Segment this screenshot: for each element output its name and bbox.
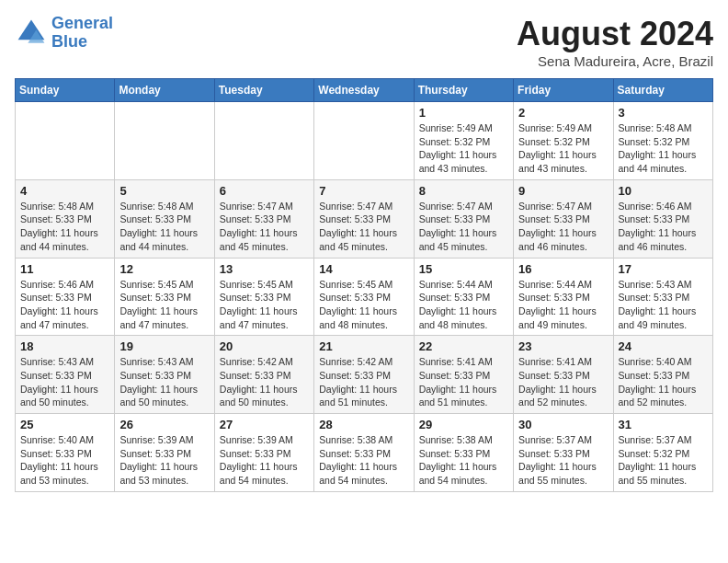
calendar-cell: 25Sunrise: 5:40 AMSunset: 5:33 PMDayligh… [16,414,115,492]
day-number: 23 [518,339,608,353]
day-number: 13 [220,262,309,276]
calendar-cell: 19Sunrise: 5:43 AMSunset: 5:33 PMDayligh… [115,336,214,414]
logo-icon [15,17,48,50]
calendar-week-3: 11Sunrise: 5:46 AMSunset: 5:33 PMDayligh… [16,258,713,336]
calendar-cell: 4Sunrise: 5:48 AMSunset: 5:33 PMDaylight… [16,179,115,258]
day-info: Sunrise: 5:44 AMSunset: 5:33 PMDaylight:… [518,278,608,332]
day-number: 24 [619,339,708,353]
day-number: 17 [619,262,708,276]
calendar-week-4: 18Sunrise: 5:43 AMSunset: 5:33 PMDayligh… [16,336,713,414]
calendar-cell [314,102,414,180]
calendar-cell [16,102,115,180]
day-info: Sunrise: 5:42 AMSunset: 5:33 PMDaylight:… [220,355,309,409]
calendar-cell: 1Sunrise: 5:49 AMSunset: 5:32 PMDaylight… [414,102,513,180]
day-number: 10 [619,184,708,198]
calendar-header-row: SundayMondayTuesdayWednesdayThursdayFrid… [16,79,713,102]
month-year: August 2024 [517,15,713,53]
day-info: Sunrise: 5:43 AMSunset: 5:33 PMDaylight:… [20,355,109,409]
day-number: 9 [518,184,608,198]
day-info: Sunrise: 5:45 AMSunset: 5:33 PMDaylight:… [119,278,209,332]
day-number: 27 [220,418,309,431]
day-number: 25 [20,418,109,431]
calendar-week-5: 25Sunrise: 5:40 AMSunset: 5:33 PMDayligh… [16,414,713,492]
calendar-cell: 24Sunrise: 5:40 AMSunset: 5:33 PMDayligh… [613,336,712,414]
calendar-cell: 16Sunrise: 5:44 AMSunset: 5:33 PMDayligh… [514,258,613,336]
calendar-header-tuesday: Tuesday [214,79,313,102]
day-number: 8 [419,184,508,198]
calendar-cell: 17Sunrise: 5:43 AMSunset: 5:33 PMDayligh… [613,258,712,336]
day-number: 29 [419,418,508,431]
title-block: August 2024 Sena Madureira, Acre, Brazil [517,15,713,69]
day-number: 26 [119,418,209,431]
day-number: 2 [518,106,608,120]
day-number: 1 [419,106,508,120]
day-info: Sunrise: 5:37 AMSunset: 5:32 PMDaylight:… [619,433,708,488]
calendar-cell: 26Sunrise: 5:39 AMSunset: 5:33 PMDayligh… [115,414,214,492]
calendar-cell: 27Sunrise: 5:39 AMSunset: 5:33 PMDayligh… [214,414,313,492]
day-number: 28 [319,418,408,431]
calendar-cell: 14Sunrise: 5:45 AMSunset: 5:33 PMDayligh… [314,258,414,336]
calendar-cell [214,102,313,180]
calendar-cell: 11Sunrise: 5:46 AMSunset: 5:33 PMDayligh… [16,258,115,336]
logo-line2: Blue [51,33,113,52]
logo: General Blue [15,15,113,52]
calendar-cell: 21Sunrise: 5:42 AMSunset: 5:33 PMDayligh… [314,336,414,414]
logo-line1: General [51,14,113,32]
day-info: Sunrise: 5:37 AMSunset: 5:33 PMDaylight:… [518,433,608,488]
day-info: Sunrise: 5:48 AMSunset: 5:32 PMDaylight:… [619,121,708,176]
calendar-cell: 15Sunrise: 5:44 AMSunset: 5:33 PMDayligh… [414,258,513,336]
calendar-cell: 10Sunrise: 5:46 AMSunset: 5:33 PMDayligh… [613,179,712,258]
day-info: Sunrise: 5:44 AMSunset: 5:33 PMDaylight:… [419,278,508,332]
day-number: 21 [319,339,408,353]
day-number: 19 [119,339,209,353]
day-info: Sunrise: 5:47 AMSunset: 5:33 PMDaylight:… [319,200,408,254]
day-number: 7 [319,184,408,198]
calendar-cell: 13Sunrise: 5:45 AMSunset: 5:33 PMDayligh… [214,258,313,336]
day-info: Sunrise: 5:41 AMSunset: 5:33 PMDaylight:… [419,355,508,409]
day-info: Sunrise: 5:47 AMSunset: 5:33 PMDaylight:… [518,200,608,254]
calendar-cell: 9Sunrise: 5:47 AMSunset: 5:33 PMDaylight… [514,179,613,258]
calendar-cell: 3Sunrise: 5:48 AMSunset: 5:32 PMDaylight… [613,102,712,180]
day-number: 14 [319,262,408,276]
day-number: 15 [419,262,508,276]
calendar-cell: 8Sunrise: 5:47 AMSunset: 5:33 PMDaylight… [414,179,513,258]
day-info: Sunrise: 5:47 AMSunset: 5:33 PMDaylight:… [220,200,309,254]
day-number: 6 [220,184,309,198]
day-info: Sunrise: 5:46 AMSunset: 5:33 PMDaylight:… [20,278,109,332]
calendar-cell: 20Sunrise: 5:42 AMSunset: 5:33 PMDayligh… [214,336,313,414]
day-number: 20 [220,339,309,353]
day-info: Sunrise: 5:38 AMSunset: 5:33 PMDaylight:… [419,433,508,488]
day-info: Sunrise: 5:49 AMSunset: 5:32 PMDaylight:… [419,121,508,176]
calendar-header-sunday: Sunday [16,79,115,102]
calendar-cell: 12Sunrise: 5:45 AMSunset: 5:33 PMDayligh… [115,258,214,336]
logo-text: General Blue [51,15,113,52]
calendar-cell: 5Sunrise: 5:48 AMSunset: 5:33 PMDaylight… [115,179,214,258]
day-info: Sunrise: 5:47 AMSunset: 5:33 PMDaylight:… [419,200,508,254]
day-info: Sunrise: 5:42 AMSunset: 5:33 PMDaylight:… [319,355,408,409]
day-info: Sunrise: 5:38 AMSunset: 5:33 PMDaylight:… [319,433,408,488]
day-info: Sunrise: 5:48 AMSunset: 5:33 PMDaylight:… [20,200,109,254]
calendar-week-1: 1Sunrise: 5:49 AMSunset: 5:32 PMDaylight… [16,102,713,180]
day-info: Sunrise: 5:49 AMSunset: 5:32 PMDaylight:… [518,121,608,176]
calendar-week-2: 4Sunrise: 5:48 AMSunset: 5:33 PMDaylight… [16,179,713,258]
page-header: General Blue August 2024 Sena Madureira,… [15,15,713,69]
day-number: 5 [119,184,209,198]
calendar-cell: 7Sunrise: 5:47 AMSunset: 5:33 PMDaylight… [314,179,414,258]
calendar-cell: 22Sunrise: 5:41 AMSunset: 5:33 PMDayligh… [414,336,513,414]
location: Sena Madureira, Acre, Brazil [517,53,713,69]
day-number: 31 [619,418,708,431]
calendar-header-thursday: Thursday [414,79,513,102]
calendar-cell: 28Sunrise: 5:38 AMSunset: 5:33 PMDayligh… [314,414,414,492]
day-number: 22 [419,339,508,353]
calendar-header-friday: Friday [514,79,613,102]
calendar-cell: 2Sunrise: 5:49 AMSunset: 5:32 PMDaylight… [514,102,613,180]
day-number: 12 [119,262,209,276]
calendar-header-wednesday: Wednesday [314,79,414,102]
day-info: Sunrise: 5:43 AMSunset: 5:33 PMDaylight:… [619,278,708,332]
day-number: 4 [20,184,109,198]
day-number: 11 [20,262,109,276]
calendar-header-monday: Monday [115,79,214,102]
day-info: Sunrise: 5:43 AMSunset: 5:33 PMDaylight:… [119,355,209,409]
calendar-cell: 29Sunrise: 5:38 AMSunset: 5:33 PMDayligh… [414,414,513,492]
calendar-cell: 31Sunrise: 5:37 AMSunset: 5:32 PMDayligh… [613,414,712,492]
